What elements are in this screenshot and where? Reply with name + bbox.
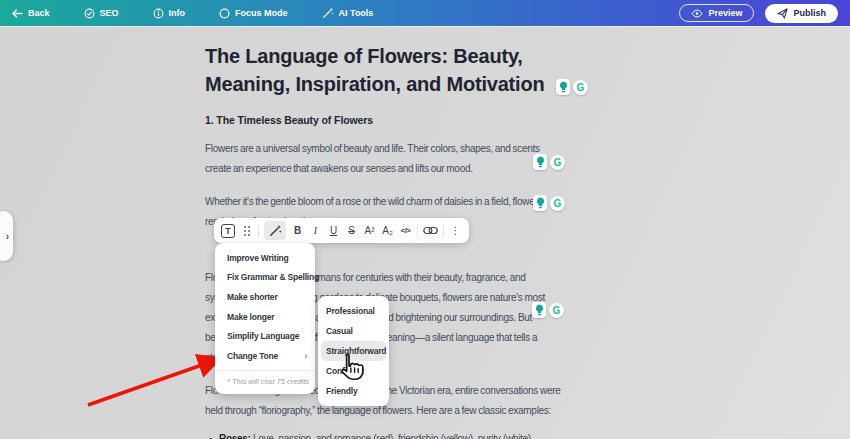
link-icon [423,226,438,235]
list-item[interactable]: Roses: Love, passion, and romance (red),… [205,432,561,439]
top-navbar: Back SEO Info Focus Mode AI Tools P [0,0,850,26]
toolbar-divider [443,224,444,238]
back-label: Back [28,8,50,18]
preview-button[interactable]: Preview [679,4,754,22]
info-label: Info [169,8,186,18]
strikethrough-button[interactable]: S [345,221,358,240]
eye-icon [691,9,703,18]
text-format-toolbar: T B I U S A² A₂ </> ⋮ [214,218,469,243]
grammar-checker-icon[interactable]: G [550,155,565,170]
drag-handle[interactable] [240,221,253,240]
info-icon [153,8,164,19]
suggestion-lightbulb-icon[interactable] [532,302,546,318]
link-button[interactable] [423,221,438,240]
menu-item-fix-grammar[interactable]: Fix Grammar & Spelling [215,268,315,288]
send-icon [777,8,788,19]
ai-actions-menu: Improve Writing Fix Grammar & Spelling M… [215,243,315,394]
superscript-button[interactable]: A² [363,221,376,240]
code-button[interactable]: </> [399,221,412,240]
focus-circle-icon [219,8,230,19]
back-button[interactable]: Back [12,8,50,18]
list-desc: Love, passion, and romance (red), friend… [253,433,531,439]
chevron-right-icon: › [304,351,307,361]
change-tone-label: Change Tone [227,351,304,361]
suggestion-lightbulb-icon[interactable] [533,154,547,170]
nav-item-ai-tools[interactable]: AI Tools [322,7,374,19]
sidebar-expand-handle[interactable]: › [0,211,13,261]
arrow-left-icon [12,9,23,18]
grammar-checker-icon[interactable]: G [573,80,588,95]
drag-handle-icon [243,225,251,237]
credits-cost-note: * This will cost 75 credits [215,371,315,394]
menu-item-make-longer[interactable]: Make longer [215,307,315,327]
grammar-checker-icon[interactable]: G [550,196,565,211]
publish-label: Publish [793,8,826,18]
menu-item-improve-writing[interactable]: Improve Writing [215,248,315,268]
toolbar-divider [417,224,418,238]
text-style-icon: T [221,224,235,238]
seo-label: SEO [100,8,119,18]
italic-button[interactable]: I [309,221,322,240]
section-heading[interactable]: 1. The Timeless Beauty of Flowers [205,114,561,126]
subscript-button[interactable]: A₂ [381,221,394,240]
seo-check-icon [84,8,95,19]
paragraph-1[interactable]: Flowers are a universal symbol of beauty… [205,139,561,179]
assistant-icons-p1: G [533,154,565,170]
change-tone-submenu: Professional Casual Straightforward Conf… [318,296,389,406]
document-title[interactable]: The Language of Flowers: Beauty, Meaning… [205,42,561,98]
menu-item-simplify-language[interactable]: Simplify Language [215,326,315,346]
chevron-right-icon: › [6,231,9,242]
magic-wand-icon [322,7,334,19]
flower-meaning-list: Roses: Love, passion, and romance (red),… [205,432,561,439]
assistant-icons-title: G [556,79,588,95]
nav-item-seo[interactable]: SEO [84,8,119,19]
menu-item-make-shorter[interactable]: Make shorter [215,287,315,307]
ai-tools-label: AI Tools [339,8,374,18]
underline-button[interactable]: U [327,221,340,240]
red-annotation-arrow [78,348,230,416]
text-style-button[interactable]: T [221,221,235,240]
tone-item-professional[interactable]: Professional [321,301,386,321]
focus-mode-label: Focus Mode [235,8,288,18]
assistant-icons-p2: G [533,195,565,211]
ai-writing-button[interactable] [264,221,286,240]
menu-item-change-tone[interactable]: Change Tone › [215,346,315,366]
grammar-checker-icon[interactable]: G [549,303,564,318]
list-term: Roses: [219,433,251,439]
hand-pointer-cursor [334,352,368,388]
preview-label: Preview [708,8,742,18]
more-options-button[interactable]: ⋮ [449,221,462,240]
suggestion-lightbulb-icon[interactable] [533,195,547,211]
toolbar-divider [258,224,259,238]
tone-item-casual[interactable]: Casual [321,321,386,341]
assistant-icons-p3: G [532,302,564,318]
suggestion-lightbulb-icon[interactable] [556,79,570,95]
nav-item-focus-mode[interactable]: Focus Mode [219,8,288,19]
nav-item-info[interactable]: Info [153,8,186,19]
magic-wand-icon [269,224,282,237]
editor-screen: Back SEO Info Focus Mode AI Tools P [0,0,850,439]
bold-button[interactable]: B [291,221,304,240]
publish-button[interactable]: Publish [765,4,838,23]
